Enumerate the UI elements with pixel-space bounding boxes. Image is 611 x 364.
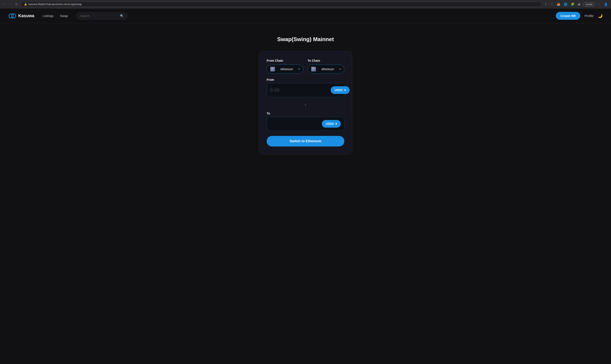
from-token-label: USDC bbox=[334, 88, 343, 92]
from-section-label: From bbox=[267, 78, 344, 81]
from-chain-name: ethereum bbox=[277, 67, 297, 71]
from-chain-dropdown[interactable]: ethereum ▾ bbox=[267, 65, 303, 74]
nav-listings[interactable]: Listings bbox=[43, 14, 54, 18]
swap-direction-arrow: ↓ bbox=[267, 102, 344, 107]
from-chain-chevron-icon: ▾ bbox=[298, 68, 300, 71]
lock-icon: 🔒 bbox=[24, 3, 27, 6]
back-button[interactable]: ← bbox=[2, 2, 7, 6]
share-icon[interactable]: ⇧ bbox=[544, 2, 548, 6]
to-section-label: To bbox=[267, 112, 344, 115]
from-token-select-button[interactable]: USDC ▾ bbox=[331, 86, 350, 94]
logo-icon bbox=[9, 12, 16, 20]
nav-links: Listings Swap bbox=[43, 14, 68, 18]
from-token-input-row: USDC ▾ bbox=[267, 83, 344, 97]
browser-chrome: ← → ↻ 🔒 kasuwa-90p8w7had-janvinsha.verce… bbox=[0, 0, 611, 9]
translate-icon[interactable]: 🌐 bbox=[563, 2, 568, 6]
from-amount-input[interactable] bbox=[270, 87, 329, 93]
browser-actions: ⇧ ☆ 🦊 🌐 🧩 ▣ Update ⋮ 👤 bbox=[544, 2, 609, 6]
svg-point-1 bbox=[12, 14, 16, 18]
from-section: From USDC ▾ bbox=[267, 78, 344, 97]
header-left: Kasuwa Listings Swap 🔍 bbox=[9, 12, 127, 20]
from-chain-eth-icon bbox=[270, 67, 275, 71]
address-bar[interactable]: 🔒 kasuwa-90p8w7had-janvinsha.vercel.app/… bbox=[21, 2, 542, 7]
arrow-down-icon: ↓ bbox=[305, 102, 306, 107]
from-chain-label: From Chain bbox=[267, 59, 303, 62]
forward-button[interactable]: → bbox=[9, 2, 13, 6]
update-button[interactable]: Update bbox=[583, 2, 595, 6]
profile-link[interactable]: Profile bbox=[584, 14, 594, 18]
to-token-label: USDC bbox=[326, 122, 334, 126]
to-token-chevron-icon: ▾ bbox=[335, 122, 337, 126]
refresh-button[interactable]: ↻ bbox=[14, 2, 19, 6]
to-token-input-row: USDC ▾ bbox=[267, 117, 344, 131]
to-chain-name: ethereum bbox=[318, 67, 338, 71]
avatar-icon[interactable]: 👤 bbox=[603, 2, 609, 6]
chain-selectors-row: From Chain ethereum ▾ To Chain bbox=[267, 59, 344, 74]
swap-card: From Chain ethereum ▾ To Chain bbox=[259, 51, 352, 154]
to-chain-dropdown[interactable]: ethereum ▾ bbox=[308, 65, 344, 74]
browser-nav-buttons: ← → ↻ bbox=[2, 2, 19, 6]
search-icon: 🔍 bbox=[120, 14, 124, 18]
to-chain-group: To Chain ethereum ▾ bbox=[308, 59, 344, 74]
header-right: Create Nft Profile 🌙 bbox=[556, 12, 602, 20]
search-input[interactable] bbox=[80, 14, 118, 18]
to-chain-chevron-icon: ▾ bbox=[339, 68, 341, 71]
to-section: To USDC ▾ bbox=[267, 112, 344, 131]
logo[interactable]: Kasuwa bbox=[9, 12, 34, 20]
extension-icon[interactable]: 🦊 bbox=[556, 2, 561, 6]
from-chain-group: From Chain ethereum ▾ bbox=[267, 59, 303, 74]
url-text: kasuwa-90p8w7had-janvinsha.vercel.app/sw… bbox=[28, 3, 82, 6]
to-token-select-button[interactable]: USDC ▾ bbox=[322, 120, 341, 128]
theme-toggle-button[interactable]: 🌙 bbox=[598, 13, 602, 18]
menu-icon[interactable]: ⋮ bbox=[597, 2, 601, 6]
app-header: Kasuwa Listings Swap 🔍 Create Nft Profil… bbox=[0, 9, 611, 23]
sidebar-icon[interactable]: ▣ bbox=[577, 2, 581, 6]
main-content: Swap(Swing) Mainnet From Chain ethereum … bbox=[0, 23, 611, 167]
page-title: Swap(Swing) Mainnet bbox=[277, 36, 334, 43]
to-chain-label: To Chain bbox=[308, 59, 344, 62]
bookmark-icon[interactable]: ☆ bbox=[550, 2, 554, 6]
switch-to-ethereum-button[interactable]: Switch to Ethereum bbox=[267, 136, 344, 146]
puzzle-icon[interactable]: 🧩 bbox=[570, 2, 575, 6]
to-chain-eth-icon bbox=[311, 67, 316, 71]
create-nft-button[interactable]: Create Nft bbox=[556, 12, 581, 20]
from-token-chevron-icon: ▾ bbox=[344, 88, 346, 92]
logo-text: Kasuwa bbox=[18, 13, 34, 18]
search-bar[interactable]: 🔍 bbox=[76, 12, 127, 20]
nav-swap[interactable]: Swap bbox=[60, 14, 68, 18]
